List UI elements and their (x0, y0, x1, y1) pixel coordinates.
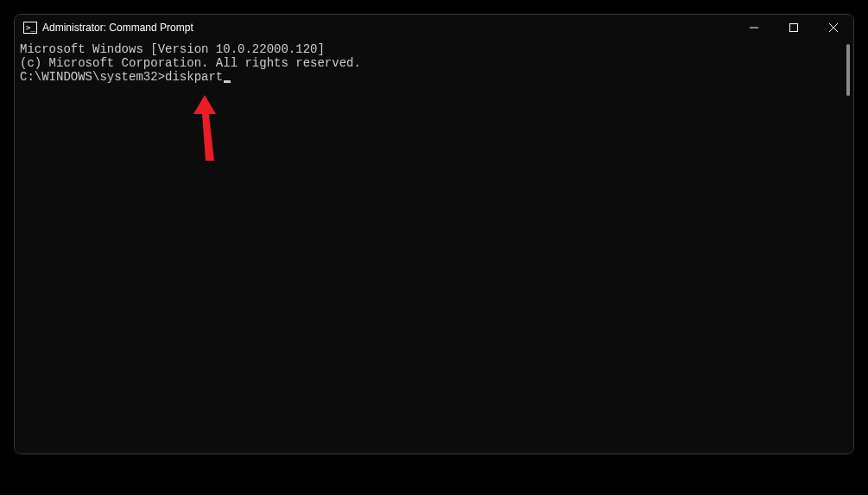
prompt-path: C:\WINDOWS\system32> (20, 70, 165, 84)
minimize-icon (750, 23, 758, 32)
svg-text:>_: >_ (26, 23, 35, 32)
window-controls (734, 15, 853, 41)
text-cursor (224, 80, 231, 83)
terminal-area[interactable]: Microsoft Windows [Version 10.0.22000.12… (15, 41, 853, 454)
copyright-line: (c) Microsoft Corporation. All rights re… (20, 56, 848, 70)
minimize-button[interactable] (734, 15, 774, 41)
version-line: Microsoft Windows [Version 10.0.22000.12… (20, 42, 848, 56)
maximize-button[interactable] (774, 15, 814, 41)
typed-command: diskpart (165, 70, 223, 84)
close-button[interactable] (814, 15, 853, 41)
command-prompt-window: >_ Administrator: Command Prompt (14, 14, 854, 454)
svg-rect-3 (790, 24, 798, 32)
prompt-row: C:\WINDOWS\system32>diskpart (20, 70, 848, 84)
scrollbar-thumb[interactable] (846, 44, 850, 96)
cmd-icon: >_ (23, 22, 37, 34)
window-title: Administrator: Command Prompt (42, 22, 193, 34)
titlebar[interactable]: >_ Administrator: Command Prompt (15, 15, 853, 41)
close-icon (829, 23, 838, 32)
maximize-icon (789, 23, 798, 32)
